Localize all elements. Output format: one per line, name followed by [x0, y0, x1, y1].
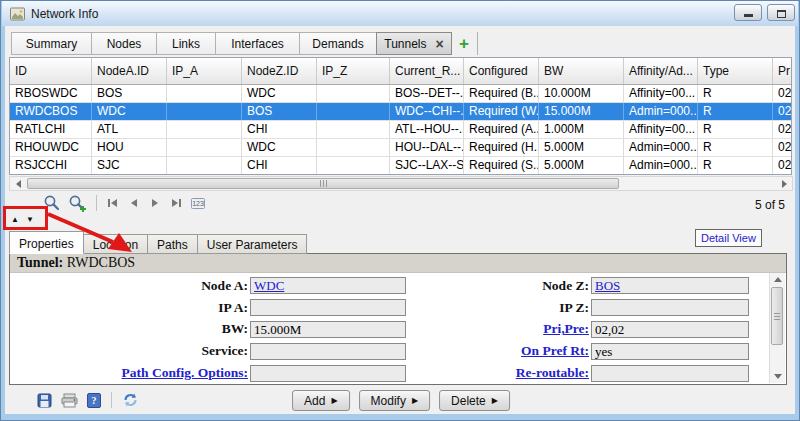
tab-close-icon[interactable]: × — [436, 39, 444, 49]
tab-tunnels[interactable]: Tunnels× — [376, 32, 452, 55]
zoom-add-button[interactable] — [68, 194, 87, 212]
property-field[interactable] — [250, 343, 406, 360]
property-value[interactable]: BOS — [595, 278, 620, 293]
column-header-pr[interactable]: Pr — [773, 58, 792, 84]
property-field[interactable] — [250, 365, 406, 382]
maximize-button[interactable] — [767, 4, 795, 21]
column-header-configured[interactable]: Configured — [464, 58, 539, 84]
window-title: Network Info — [31, 7, 98, 21]
tab-interfaces[interactable]: Interfaces — [215, 32, 300, 55]
table-row[interactable]: RHOUWDCHOUWDCHOU--DAL--...Required (H...… — [10, 139, 791, 157]
property-label[interactable]: Re-routable: — [413, 365, 591, 381]
print-button[interactable] — [61, 393, 78, 408]
toolbar-separator — [111, 392, 112, 408]
column-header-type[interactable]: Type — [698, 58, 773, 84]
previous-row-button[interactable] — [127, 197, 141, 209]
column-header-ipz[interactable]: IP_Z — [317, 58, 390, 84]
collapse-down-button[interactable]: ▼ — [26, 215, 34, 224]
property-label[interactable]: On Pref Rt: — [413, 343, 591, 359]
property-field[interactable] — [591, 299, 749, 316]
magnifier-plus-icon — [68, 194, 87, 212]
property-row: Re-routable: — [413, 362, 769, 384]
scroll-up-button[interactable] — [771, 273, 784, 286]
detail-tab-properties[interactable]: Properties — [9, 231, 84, 254]
table-cell — [167, 157, 242, 174]
properties-form: Node A:WDCIP A:BW:15.000MService:Path Co… — [10, 275, 769, 384]
tab-demands[interactable]: Demands — [299, 32, 377, 55]
window-titlebar: Network Info — [2, 1, 798, 26]
column-header-currentr[interactable]: Current_R... — [390, 58, 464, 84]
tunnel-header-label: Tunnel: — [17, 255, 63, 270]
table-cell — [317, 139, 390, 156]
detail-tab-user-parameters[interactable]: User Parameters — [197, 234, 308, 254]
horizontal-scroll-thumb[interactable] — [27, 178, 619, 189]
detail-view-button[interactable]: Detail View — [695, 229, 762, 247]
delete-button[interactable]: Delete▶ — [439, 390, 510, 411]
add-button[interactable]: Add▶ — [292, 390, 350, 411]
column-header-bw[interactable]: BW — [539, 58, 624, 84]
property-field[interactable]: 15.000M — [250, 321, 406, 338]
property-label[interactable]: Pri,Pre: — [413, 321, 591, 337]
minimize-button[interactable] — [734, 4, 762, 21]
column-header-nodezid[interactable]: NodeZ.ID — [242, 58, 317, 84]
property-field[interactable]: WDC — [250, 277, 406, 294]
column-header-affinityad[interactable]: Affinity/Ad... — [624, 58, 698, 84]
help-button[interactable]: ? — [87, 393, 101, 408]
tab-nodes[interactable]: Nodes — [91, 32, 157, 55]
detail-tab-paths[interactable]: Paths — [147, 234, 198, 254]
collapse-up-button[interactable]: ▲ — [11, 215, 19, 224]
modify-button[interactable]: Modify▶ — [359, 390, 431, 411]
table-cell: Admin=000... — [624, 157, 698, 174]
property-field[interactable] — [591, 365, 749, 382]
table-cell: BOS — [92, 85, 167, 102]
table-cell: Admin=000... — [624, 139, 698, 156]
property-label[interactable]: Path Config. Options: — [10, 365, 250, 381]
tab-links[interactable]: Links — [156, 32, 216, 55]
scroll-down-button[interactable] — [771, 370, 784, 383]
column-header-ipa[interactable]: IP_A — [167, 58, 242, 84]
properties-panel: Tunnel: RWDCBOS Node A:WDCIP A:BW:15.000… — [9, 253, 787, 385]
table-horizontal-scrollbar[interactable] — [9, 176, 793, 191]
menu-arrow-icon: ▶ — [331, 396, 337, 405]
tab-summary[interactable]: Summary — [11, 32, 92, 55]
tab-label: Interfaces — [231, 37, 284, 51]
previous-record-icon — [127, 197, 141, 209]
property-field[interactable]: BOS — [591, 277, 749, 294]
table-cell: 1.000M — [539, 121, 624, 138]
table-row[interactable]: RATLCHIATLCHIATL--HOU--...Required (A...… — [10, 121, 791, 139]
table-cell — [317, 157, 390, 174]
first-row-button[interactable] — [106, 197, 120, 209]
property-label: IP A: — [10, 300, 250, 316]
last-row-button[interactable] — [169, 197, 183, 209]
table-cell: ATL — [92, 121, 167, 138]
next-row-button[interactable] — [148, 197, 162, 209]
zoom-button[interactable] — [43, 194, 61, 212]
refresh-icon — [122, 392, 139, 408]
refresh-button[interactable] — [122, 392, 139, 408]
property-row: IP Z: — [413, 297, 769, 319]
table-cell: WDC--CHI--... — [390, 103, 464, 120]
panel-vertical-scrollbar[interactable] — [769, 273, 785, 383]
goto-row-button[interactable]: 123 — [190, 196, 207, 210]
property-field[interactable] — [250, 299, 406, 316]
scroll-right-button[interactable] — [777, 178, 791, 189]
tunnel-header: Tunnel: RWDCBOS — [10, 254, 786, 273]
action-buttons: Add▶Modify▶Delete▶ — [292, 390, 510, 411]
button-label: Add — [304, 394, 325, 408]
property-field[interactable]: yes — [591, 343, 749, 360]
table-cell: 02 — [773, 157, 792, 174]
detail-tab-location[interactable]: Location — [83, 234, 148, 254]
table-row[interactable]: RWDCBOSWDCBOSWDC--CHI--...Required (W...… — [10, 103, 791, 121]
table-row[interactable]: RSJCCHISJCCHISJC--LAX--S...Required (S..… — [10, 157, 791, 175]
save-button[interactable] — [37, 393, 52, 408]
scroll-left-button[interactable] — [11, 178, 25, 189]
column-header-nodeaid[interactable]: NodeA.ID — [92, 58, 167, 84]
network-info-window: Network Info SummaryNodesLinksInterfaces… — [0, 0, 800, 421]
table-cell — [317, 103, 390, 120]
table-row[interactable]: RBOSWDCBOSWDCBOS--DET--...Required (B...… — [10, 85, 791, 103]
property-field[interactable]: 02,02 — [591, 321, 749, 338]
column-header-id[interactable]: ID — [10, 58, 92, 84]
add-view-button[interactable]: + — [451, 32, 478, 55]
property-value[interactable]: WDC — [254, 278, 284, 293]
vertical-scroll-thumb[interactable] — [771, 287, 783, 345]
